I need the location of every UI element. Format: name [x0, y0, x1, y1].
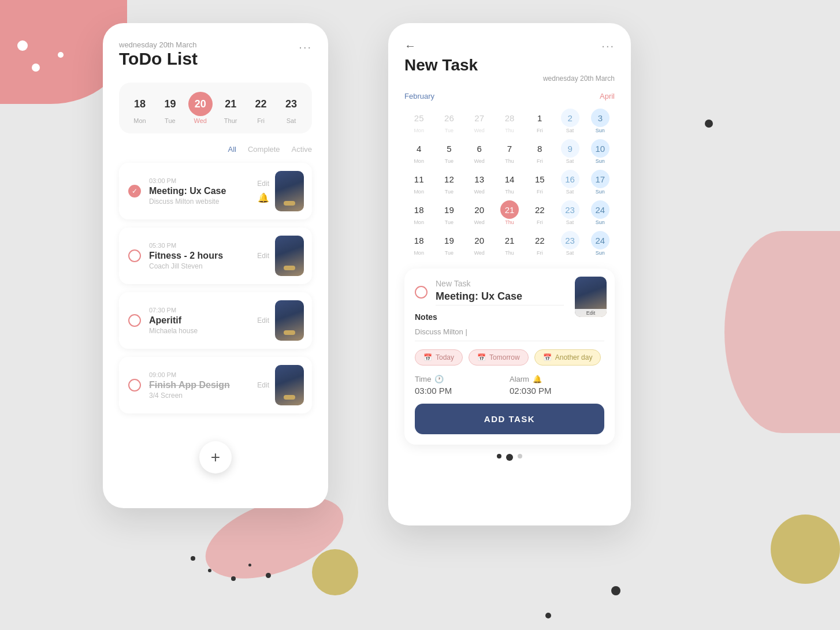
cal-date-number: 16 — [561, 170, 579, 188]
calendar-cell[interactable]: 20 Wed — [465, 198, 494, 228]
task-check-1[interactable] — [128, 249, 141, 262]
task-sub-1: Coach Jill Steven — [149, 262, 257, 270]
todo-menu-button[interactable]: ··· — [299, 40, 312, 54]
calendar-cell[interactable]: 19 Tue — [434, 229, 463, 258]
calendar-cell[interactable]: 14 Thu — [495, 167, 524, 197]
date-strip-item[interactable]: 22 Fri — [247, 92, 275, 124]
time-section: Time 🕐 03:00 PM — [415, 375, 510, 396]
cal-date-number: 10 — [591, 139, 609, 158]
calendar-cell[interactable]: 23 Sat — [555, 198, 584, 228]
add-task-button[interactable]: ADD TASK — [415, 404, 604, 434]
task-card-2: 07:30 PM Aperitif Michaela house Edit — [119, 292, 312, 349]
date-strip-item[interactable]: 23 Sat — [277, 92, 305, 124]
nav-dot-1[interactable] — [497, 454, 501, 458]
new-task-date: wednesday 20th March — [404, 74, 615, 83]
date-day-label: Thur — [224, 117, 237, 124]
cal-day-label: Sat — [566, 219, 574, 225]
calendar-cell[interactable]: 2 Sat — [555, 106, 584, 136]
calendar-cell[interactable]: 12 Tue — [434, 167, 463, 197]
filter-all[interactable]: All — [228, 145, 236, 154]
calendar-cell[interactable]: 18 Mon — [404, 229, 433, 258]
calendar-cell[interactable]: 9 Sat — [555, 137, 584, 166]
calendar-cell[interactable]: 24 Sun — [586, 198, 615, 228]
calendar-cell[interactable]: 6 Wed — [465, 137, 494, 166]
calendar-cell[interactable]: 3 Sun — [586, 106, 615, 136]
task-card-0: 03:00 PM Meeting: Ux Case Discuss Milton… — [119, 163, 312, 219]
calendar-cell[interactable]: 13 Wed — [465, 167, 494, 197]
task-name-1: Fitness - 2 hours — [149, 251, 257, 261]
calendar-cell[interactable]: 10 Sun — [586, 137, 615, 166]
task-check-2[interactable] — [128, 314, 141, 327]
scatter-dot — [266, 573, 271, 578]
alarm-value[interactable]: 02:030 PM — [510, 386, 604, 396]
bg-decor-yellow-right — [771, 515, 840, 584]
tomorrow-button[interactable]: 📅 Tomorrow — [469, 349, 529, 366]
calendar-cell[interactable]: 11 Mon — [404, 167, 433, 197]
calendar-cell[interactable]: 7 Thu — [495, 137, 524, 166]
cal-date-number: 2 — [561, 109, 579, 127]
cal-day-label: Sun — [596, 219, 605, 225]
calendar-cell[interactable]: 1 Fri — [525, 106, 554, 136]
task-sub-3: 3/4 Screen — [149, 392, 257, 400]
form-thumb-edit-label[interactable]: Edit — [575, 309, 607, 317]
task-check-3[interactable] — [128, 379, 141, 392]
calendar-cell[interactable]: 25 Mon — [404, 106, 433, 136]
task-info-2: 07:30 PM Aperitif Michaela house — [149, 307, 257, 335]
calendar-cell[interactable]: 20 Wed — [465, 229, 494, 258]
calendar-nav: February April — [404, 92, 615, 100]
calendar-cell[interactable]: 27 Wed — [465, 106, 494, 136]
cal-date-number: 19 — [440, 231, 458, 249]
calendar-cell[interactable]: 16 Sat — [555, 167, 584, 197]
nav-dot-2[interactable] — [506, 454, 513, 461]
scatter-dot — [545, 613, 551, 618]
calendar-cell[interactable]: 22 Fri — [525, 229, 554, 258]
task-sub-2: Michaela house — [149, 327, 257, 335]
calendar-cell[interactable]: 15 Fri — [525, 167, 554, 197]
calendar-cell[interactable]: 8 Fri — [525, 137, 554, 166]
calendar-cell[interactable]: 21 Thu — [495, 198, 524, 228]
calendar-cell[interactable]: 24 Sun — [586, 229, 615, 258]
calendar-cell[interactable]: 23 Sat — [555, 229, 584, 258]
new-task-menu[interactable]: ··· — [601, 39, 615, 53]
task-edit-2[interactable]: Edit — [257, 316, 269, 325]
form-task-name-input[interactable] — [436, 290, 564, 305]
back-button[interactable]: ← — [404, 39, 416, 53]
form-task-check[interactable] — [415, 286, 428, 299]
date-strip-item[interactable]: 19 Tue — [156, 92, 184, 124]
cal-day-label: Fri — [537, 189, 543, 195]
date-strip-item[interactable]: 20 Wed — [187, 92, 214, 124]
add-task-fab[interactable]: + — [199, 441, 232, 474]
date-strip-item[interactable]: 18 Mon — [126, 92, 154, 124]
cal-date-number: 20 — [470, 231, 489, 249]
calendar-cell[interactable]: 19 Tue — [434, 198, 463, 228]
cal-date-number: 19 — [440, 200, 458, 219]
prev-month-label[interactable]: February — [404, 92, 434, 100]
filter-active[interactable]: Active — [292, 145, 312, 154]
calendar-cell[interactable]: 18 Mon — [404, 198, 433, 228]
cal-date-number: 22 — [530, 231, 549, 249]
next-month-label[interactable]: April — [600, 92, 615, 100]
date-strip-item[interactable]: 21 Thur — [217, 92, 244, 124]
calendar-cell[interactable]: 28 Thu — [495, 106, 524, 136]
calendar-cell[interactable]: 5 Tue — [434, 137, 463, 166]
calendar-icon: 📅 — [423, 353, 432, 361]
time-value[interactable]: 03:00 PM — [415, 386, 510, 396]
calendar-cell[interactable]: 17 Sun — [586, 167, 615, 197]
nav-dot-3[interactable] — [518, 454, 522, 458]
task-check-0[interactable] — [128, 185, 141, 197]
calendar-cell[interactable]: 21 Thu — [495, 229, 524, 258]
cal-day-label: Thu — [505, 189, 514, 195]
calendar-cell[interactable]: 4 Mon — [404, 137, 433, 166]
calendar-cell[interactable]: 22 Fri — [525, 198, 554, 228]
cal-date-number: 24 — [591, 231, 609, 249]
task-edit-1[interactable]: Edit — [257, 252, 269, 260]
another-day-button[interactable]: 📅 Another day — [534, 349, 601, 366]
form-notes-input[interactable] — [415, 327, 604, 341]
task-edit-0[interactable]: Edit — [257, 180, 269, 188]
todo-date: wednesday 20th March — [119, 40, 198, 49]
calendar-cell[interactable]: 26 Tue — [434, 106, 463, 136]
task-edit-3[interactable]: Edit — [257, 381, 269, 389]
today-button[interactable]: 📅 Today — [415, 349, 463, 366]
filter-complete[interactable]: Complete — [248, 145, 280, 154]
cal-day-label: Tue — [445, 250, 454, 256]
